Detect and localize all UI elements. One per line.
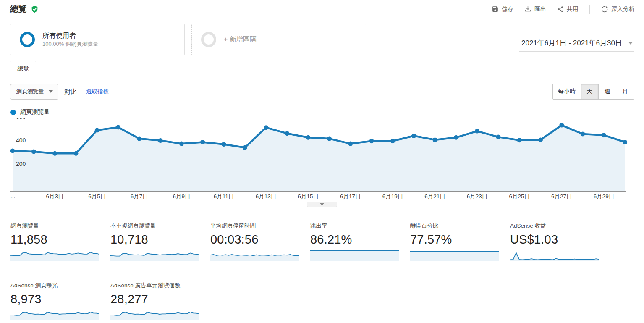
tab-overview[interactable]: 總覽 (10, 61, 36, 76)
insights-label: 深入分析 (611, 5, 635, 13)
metric-sparkline (410, 248, 504, 264)
page-title: 總覽 (10, 3, 27, 15)
tab-overview-label: 總覽 (17, 65, 29, 73)
svg-text:200: 200 (16, 160, 26, 167)
segment-subtitle: 100.00% 個網頁瀏覽量 (42, 40, 98, 48)
select-metric-link[interactable]: 選取指標 (86, 88, 109, 95)
svg-text:600: 600 (16, 118, 26, 120)
chevron-down-icon (320, 203, 324, 205)
svg-text:6月3日: 6月3日 (46, 193, 64, 200)
chevron-down-icon (628, 42, 633, 45)
metric-sparkline (510, 248, 604, 264)
metric-card-title: 離開百分比 (410, 222, 504, 230)
export-label: 匯出 (534, 5, 546, 13)
granularity-button-天[interactable]: 天 (581, 84, 598, 99)
export-button[interactable]: 匯出 (524, 5, 546, 13)
metric-card-title: 網頁瀏覽量 (10, 222, 104, 230)
granularity-button-週[interactable]: 週 (598, 84, 616, 99)
toolbar: 儲存 匯出 共用 深入分析 (492, 5, 635, 14)
svg-text:6月13日: 6月13日 (256, 193, 277, 200)
metric-card[interactable]: AdSense 廣告單元瀏覽個數28,277 (110, 281, 210, 323)
metric-card-value: 86.21% (310, 233, 404, 247)
svg-text:6月29日: 6月29日 (594, 193, 615, 200)
metric-card-title: AdSense 廣告單元瀏覽個數 (110, 282, 204, 289)
chevron-down-icon (49, 90, 53, 93)
metric-dropdown-value: 網頁瀏覽量 (16, 88, 44, 95)
svg-text:6月11日: 6月11日 (214, 193, 234, 200)
main-chart-svg: 200400600...6月3日6月5日6月7日6月9日6月11日6月13日6月… (0, 118, 644, 202)
share-button[interactable]: 共用 (557, 5, 579, 13)
controls-row: 網頁瀏覽量 對比 選取指標 每小時天週月 (10, 84, 634, 100)
metric-cards-grid: 網頁瀏覽量11,858不重複網頁瀏覽量10,718平均網頁停留時間00:03:5… (10, 221, 644, 323)
save-icon (492, 5, 499, 13)
report-header: 總覽 儲存 匯出 共用 深入分析 (0, 0, 644, 18)
metric-card-title: 跳出率 (310, 222, 404, 230)
granularity-button-月[interactable]: 月 (616, 84, 634, 99)
svg-text:6月17日: 6月17日 (340, 193, 361, 200)
verified-shield-icon (31, 5, 39, 13)
metric-card[interactable]: 網頁瀏覽量11,858 (10, 221, 110, 268)
metric-card[interactable]: 不重複網頁瀏覽量10,718 (110, 221, 210, 268)
compare-label: 對比 (64, 88, 77, 96)
svg-text:6月25日: 6月25日 (509, 193, 530, 200)
svg-text:6月23日: 6月23日 (467, 193, 488, 200)
svg-text:...: ... (10, 193, 15, 200)
metric-card-title: 不重複網頁瀏覽量 (110, 222, 204, 230)
metric-card[interactable]: 平均網頁停留時間00:03:56 (210, 221, 310, 268)
metric-card-title: 平均網頁停留時間 (210, 222, 304, 230)
segments-row: 所有使用者 100.00% 個網頁瀏覽量 + 新增區隔 2021年6月1日 - … (0, 18, 644, 55)
svg-text:400: 400 (16, 137, 26, 144)
metric-card-value: 77.57% (410, 233, 504, 247)
metric-card-value: 28,277 (110, 292, 204, 306)
share-label: 共用 (567, 5, 579, 13)
metric-card-value: 10,718 (110, 233, 204, 247)
tab-bar: 總覽 (0, 61, 644, 76)
metric-sparkline (110, 308, 204, 323)
svg-text:6月7日: 6月7日 (131, 193, 148, 200)
chart-collapse-button[interactable] (307, 202, 337, 207)
export-icon (524, 5, 531, 13)
date-range-selector[interactable]: 2021年6月1日 - 2021年6月30日 (519, 37, 634, 52)
insights-icon (601, 5, 608, 13)
segment-ring-icon (20, 32, 35, 47)
metric-card[interactable]: 離開百分比77.57% (410, 221, 510, 268)
metric-card-value: US$1.03 (510, 233, 604, 247)
metric-card[interactable]: AdSense 網頁曝光8,973 (10, 281, 110, 323)
main-chart: 200400600...6月3日6月5日6月7日6月9日6月11日6月13日6月… (0, 118, 644, 202)
save-label: 儲存 (502, 5, 513, 13)
metric-card[interactable]: AdSense 收益US$1.03 (510, 221, 610, 268)
svg-text:6月5日: 6月5日 (88, 193, 106, 200)
segment-ring-empty-icon (201, 32, 216, 47)
svg-text:6月27日: 6月27日 (551, 193, 572, 200)
granularity-button-group: 每小時天週月 (552, 84, 634, 100)
date-range-label: 2021年6月1日 - 2021年6月30日 (521, 38, 622, 48)
add-segment-label: + 新增區隔 (224, 35, 257, 44)
metric-card[interactable]: 跳出率86.21% (310, 221, 410, 268)
metric-sparkline (110, 248, 204, 264)
metric-dropdown[interactable]: 網頁瀏覽量 (10, 84, 58, 100)
svg-text:6月15日: 6月15日 (298, 193, 319, 200)
metric-sparkline (310, 248, 404, 264)
toolbar-divider (589, 5, 590, 14)
insights-button[interactable]: 深入分析 (601, 5, 635, 13)
metric-sparkline (10, 248, 104, 264)
legend-dot-icon (10, 110, 16, 115)
chart-legend: 網頁瀏覽量 (10, 108, 644, 116)
metric-sparkline (10, 308, 104, 323)
svg-text:6月19日: 6月19日 (382, 193, 403, 200)
svg-text:6月9日: 6月9日 (173, 193, 190, 200)
svg-text:6月21日: 6月21日 (424, 193, 445, 200)
segment-title: 所有使用者 (42, 31, 98, 40)
save-button[interactable]: 儲存 (492, 5, 513, 13)
share-icon (557, 6, 564, 13)
metric-sparkline (210, 248, 304, 264)
add-segment-button[interactable]: + 新增區隔 (191, 24, 366, 55)
granularity-button-每小時[interactable]: 每小時 (553, 84, 581, 99)
metric-card-value: 00:03:56 (210, 233, 304, 247)
segment-all-users[interactable]: 所有使用者 100.00% 個網頁瀏覽量 (10, 24, 185, 55)
metric-card-title: AdSense 網頁曝光 (10, 282, 104, 289)
legend-label: 網頁瀏覽量 (20, 108, 50, 116)
metric-card-value: 8,973 (10, 292, 104, 306)
metric-card-title: AdSense 收益 (510, 222, 604, 230)
metric-card-value: 11,858 (10, 233, 104, 247)
